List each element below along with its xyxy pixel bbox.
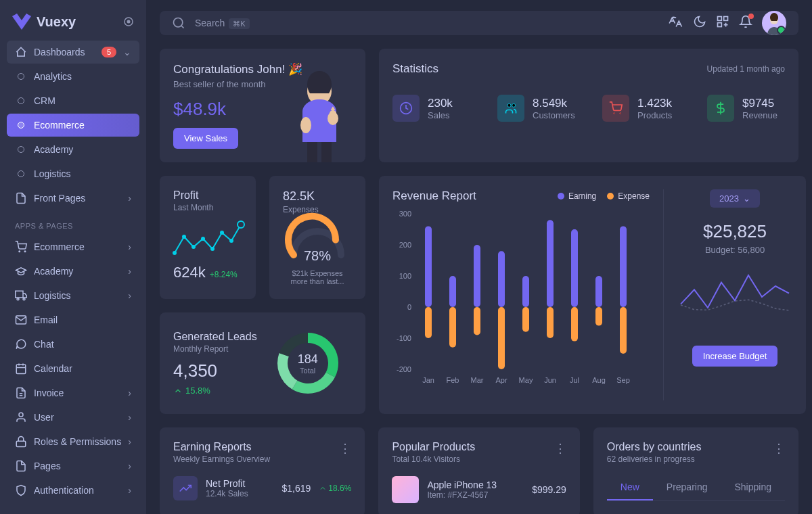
svg-rect-46 <box>474 307 480 335</box>
menu-dots-icon[interactable]: ⋮ <box>773 441 785 456</box>
language-icon[interactable] <box>670 15 683 31</box>
svg-point-24 <box>614 113 615 114</box>
trend-icon <box>173 476 198 500</box>
nav-app-logistics[interactable]: Logistics› <box>7 284 139 307</box>
svg-rect-8 <box>16 365 26 374</box>
svg-point-9 <box>19 413 23 417</box>
invoice-icon <box>15 387 27 399</box>
revenue-budget: Budget: 56,800 <box>705 245 765 255</box>
svg-point-2 <box>19 251 20 252</box>
svg-rect-53 <box>571 229 578 307</box>
svg-rect-50 <box>522 307 529 332</box>
nav-app-roles[interactable]: Roles & Permissions› <box>7 430 139 453</box>
profit-sparkline <box>173 220 242 261</box>
svg-rect-48 <box>498 307 505 369</box>
svg-text:Jul: Jul <box>570 376 579 384</box>
svg-point-1 <box>127 20 131 24</box>
search-kbd: ⌘K <box>229 18 249 29</box>
svg-text:Jan: Jan <box>422 376 434 384</box>
nav-label: Dashboards <box>34 47 95 57</box>
year-dropdown[interactable]: 2023⌄ <box>710 189 760 208</box>
nav-app-pages[interactable]: Pages› <box>7 454 139 477</box>
bell-icon[interactable] <box>739 15 752 31</box>
nav-app-calendar[interactable]: Calendar <box>7 357 139 380</box>
svg-point-26 <box>173 251 177 255</box>
calendar-icon <box>15 363 27 375</box>
nav-app-ecommerce[interactable]: Ecommerce› <box>7 235 139 258</box>
nav-app-chat[interactable]: Chat <box>7 333 139 356</box>
avatar[interactable] <box>762 11 786 35</box>
svg-point-23 <box>512 103 516 107</box>
orders-title: Orders by countries <box>607 441 702 453</box>
svg-rect-49 <box>522 276 529 307</box>
profit-title: Profit <box>173 189 242 202</box>
gen-sub: Monthly Report <box>173 344 257 354</box>
svg-rect-41 <box>425 226 432 307</box>
svg-rect-56 <box>595 307 602 326</box>
user-icon <box>15 411 27 423</box>
lock-icon <box>15 436 27 448</box>
nav-app-user[interactable]: User› <box>7 406 139 429</box>
tab-shipping[interactable]: Shipping <box>721 475 786 500</box>
revenue-total: $25,825 <box>703 221 767 242</box>
person-illustration <box>279 68 360 162</box>
svg-point-32 <box>229 239 233 243</box>
search-icon[interactable] <box>172 16 185 30</box>
svg-text:Aug: Aug <box>592 376 606 384</box>
svg-text:0: 0 <box>407 303 411 311</box>
nav-app-academy[interactable]: Academy› <box>7 260 139 283</box>
radio-dot-icon[interactable] <box>123 16 134 27</box>
svg-text:May: May <box>519 376 533 384</box>
home-icon <box>15 46 27 58</box>
cart-icon <box>15 241 27 253</box>
nav-academy[interactable]: Academy <box>7 138 139 161</box>
svg-text:Mar: Mar <box>471 376 484 384</box>
nav-ecommerce[interactable]: Ecommerce <box>7 114 139 137</box>
legend-earning: Earning <box>558 191 596 201</box>
congrats-card: Congratulations John! 🎉 Best seller of t… <box>160 49 365 162</box>
tab-new[interactable]: New <box>607 475 653 500</box>
svg-rect-44 <box>449 307 456 348</box>
nav-app-email[interactable]: Email <box>7 308 139 331</box>
brand-name: Vuexy <box>37 14 76 30</box>
svg-rect-45 <box>474 245 480 307</box>
nav-app-invoice[interactable]: Invoice› <box>7 381 139 404</box>
expense-note: $21k Expenses more than last... <box>283 269 352 285</box>
increase-budget-button[interactable]: Increase Budget <box>692 346 778 367</box>
svg-rect-20 <box>307 142 317 162</box>
pop-title: Popular Products <box>392 441 475 453</box>
nav-badge: 5 <box>102 47 116 57</box>
nav-analytics[interactable]: Analytics <box>7 65 139 88</box>
nav-app-auth[interactable]: Authentication› <box>7 479 139 502</box>
logo-icon <box>12 14 31 30</box>
svg-rect-57 <box>620 226 627 307</box>
nav-front-pages[interactable]: Front Pages › <box>7 187 139 210</box>
earning-row: Net Profit 12.4k Sales $1,619 18.6% <box>173 476 351 500</box>
menu-dots-icon[interactable]: ⋮ <box>339 441 351 456</box>
nav-dashboards[interactable]: Dashboards 5 ⌄ <box>7 41 139 64</box>
profit-delta: +8.24% <box>210 270 238 279</box>
view-sales-button[interactable]: View Sales <box>173 128 238 149</box>
nav-crm[interactable]: CRM <box>7 89 139 112</box>
svg-text:Jun: Jun <box>544 376 556 384</box>
page-icon <box>15 460 27 472</box>
stat-customers: 8.549kCustomers <box>497 95 575 122</box>
menu-dots-icon[interactable]: ⋮ <box>554 441 566 456</box>
nav-logistics[interactable]: Logistics <box>7 162 139 185</box>
chevron-up-icon <box>173 386 183 396</box>
chat-icon <box>15 338 27 350</box>
tab-preparing[interactable]: Preparing <box>653 475 721 500</box>
svg-text:-100: -100 <box>397 334 411 342</box>
chevron-right-icon: › <box>128 193 131 204</box>
svg-point-27 <box>182 235 186 239</box>
svg-rect-14 <box>718 23 722 27</box>
stats-title: Statistics <box>392 62 438 76</box>
legend-expense: Expense <box>607 191 650 201</box>
revenue-chart: -200-1000100200300JanFebMarAprMayJunJulA… <box>392 214 650 390</box>
search-input[interactable]: Search⌘K <box>195 18 660 28</box>
pop-sub: Total 10.4k Visitors <box>392 454 475 464</box>
stat-sales: 230kSales <box>392 95 470 122</box>
apps-icon[interactable] <box>716 15 729 31</box>
theme-icon[interactable] <box>693 15 706 31</box>
svg-point-22 <box>508 103 511 107</box>
